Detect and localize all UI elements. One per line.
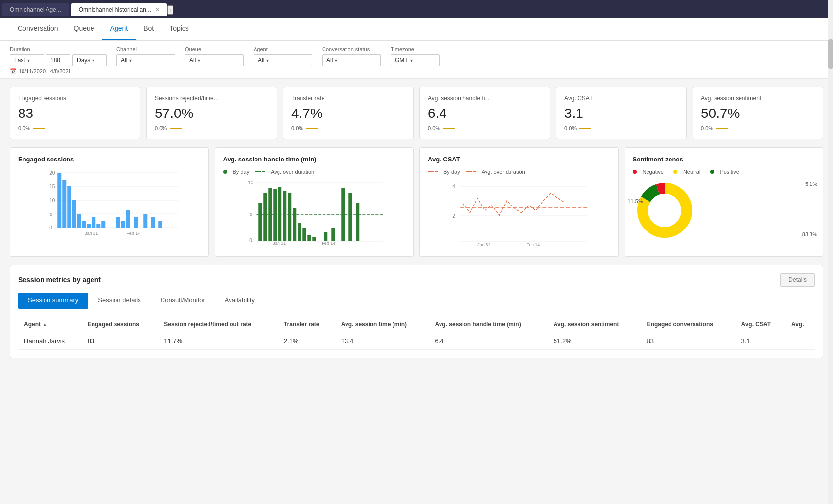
svg-rect-38	[263, 193, 267, 241]
handle-chart-svg: 10 5 0	[223, 179, 406, 247]
metric-footer-engaged: 0.0%	[18, 125, 132, 131]
cell-session-rejected: 11.7%	[158, 332, 278, 350]
table-container: Agent ▲ Engaged sessions Session rejecte…	[18, 317, 815, 350]
legend-dashed-avgline	[466, 171, 476, 172]
metric-title-rejected: Sessions rejected/time...	[155, 95, 269, 102]
chart-legend-handle: By day Avg. over duration	[223, 169, 406, 175]
chart-engaged-title: Engaged sessions	[18, 156, 201, 163]
scrollbar-thumb[interactable]	[828, 39, 833, 69]
sub-tab-session-details[interactable]: Session details	[88, 293, 150, 309]
svg-text:10: 10	[49, 198, 55, 203]
bar-chart-engaged: 20 15 10 5 0	[18, 169, 201, 247]
filter-channel-select[interactable]: All ▾	[116, 54, 175, 66]
metric-footer-transfer: 0.0%	[291, 125, 405, 131]
metric-title-sentiment: Avg. session sentiment	[701, 95, 815, 102]
legend-dot-byday	[223, 170, 227, 174]
sentiment-legend: Negative Neutral Positive	[633, 169, 815, 175]
chart-handle-title: Avg. session handle time (min)	[223, 156, 406, 163]
details-button[interactable]: Details	[780, 273, 815, 287]
svg-text:Feb 14: Feb 14	[526, 242, 540, 247]
filter-duration-label: Duration	[10, 46, 107, 52]
svg-text:0: 0	[49, 225, 52, 230]
session-metrics-title: Session metrics by agent	[18, 276, 101, 284]
svg-rect-10	[57, 173, 61, 228]
filter-queue: Queue All ▾	[185, 46, 244, 66]
metric-footer-sentiment: 0.0%	[701, 125, 815, 131]
legend-dashed-byday	[428, 171, 438, 172]
session-metrics-header: Session metrics by agent Details	[18, 273, 815, 287]
chevron-down-icon: ▾	[129, 58, 132, 63]
csat-chart-svg: 4 2 Jan 31 Feb 14	[428, 179, 610, 247]
svg-text:5: 5	[49, 211, 52, 217]
metric-bar-icon	[443, 128, 455, 129]
svg-rect-47	[307, 235, 311, 241]
metric-value-handle: 6.4	[428, 106, 542, 121]
metric-card-sentiment: Avg. session sentiment 50.7% 0.0%	[693, 87, 823, 139]
cell-engaged-conv: 83	[641, 332, 736, 350]
nav-tab-topics[interactable]: Topics	[162, 18, 197, 40]
browser-tab-2[interactable]: Omnichannel historical an... ✕	[71, 3, 167, 16]
main-content: Engaged sessions 83 0.0% Sessions reject…	[0, 79, 833, 504]
metric-cards-grid: Engaged sessions 83 0.0% Sessions reject…	[10, 87, 823, 139]
svg-rect-14	[77, 214, 81, 228]
chart-handle-time: Avg. session handle time (min) By day Av…	[215, 147, 414, 257]
sub-tab-availability[interactable]: Availability	[215, 293, 264, 309]
filter-duration-preset[interactable]: Last ▾	[10, 54, 44, 66]
cell-avg-senti2	[786, 332, 815, 350]
close-tab-icon[interactable]: ✕	[155, 7, 160, 13]
col-engaged-sessions: Engaged sessions	[82, 317, 159, 332]
metric-card-avg-csat: Avg. CSAT 3.1 0.0%	[556, 87, 687, 139]
positive-pct-label: 83.3%	[802, 231, 817, 237]
date-range: 📅 10/11/2020 - 4/8/2021	[10, 68, 823, 74]
metric-card-engaged-sessions: Engaged sessions 83 0.0%	[10, 87, 140, 139]
neutral-pct-label: 11.5%	[628, 198, 643, 204]
chevron-down-icon: ▾	[410, 58, 413, 63]
browser-tab-1[interactable]: Omnichannel Age...	[2, 3, 69, 16]
svg-rect-37	[258, 203, 262, 241]
col-avg-csat: Avg. CSAT	[735, 317, 785, 332]
svg-rect-52	[348, 193, 352, 241]
sort-icon-agent[interactable]: ▲	[42, 322, 47, 327]
nav-tab-bot[interactable]: Bot	[136, 18, 162, 40]
svg-text:15: 15	[49, 184, 55, 189]
nav-tab-conversation[interactable]: Conversation	[10, 18, 66, 40]
nav-tab-queue[interactable]: Queue	[66, 18, 102, 40]
sub-tab-session-summary[interactable]: Session summary	[18, 293, 88, 309]
svg-rect-41	[278, 187, 281, 241]
svg-rect-24	[126, 210, 130, 228]
cell-engaged-sessions: 83	[82, 332, 159, 350]
add-tab-button[interactable]: +	[167, 5, 173, 15]
chevron-down-icon: ▾	[27, 58, 30, 63]
chevron-down-icon: ▾	[266, 58, 269, 63]
svg-text:Feb 14: Feb 14	[126, 231, 140, 236]
filter-channel: Channel All ▾	[116, 46, 175, 66]
chart-engaged-sessions: Engaged sessions 20 15 10 5 0	[10, 147, 209, 257]
metric-footer-rejected: 0.0%	[155, 125, 269, 131]
charts-row: Engaged sessions 20 15 10 5 0	[10, 147, 823, 257]
svg-rect-11	[62, 180, 66, 228]
metric-footer-csat: 0.0%	[564, 125, 678, 131]
filter-timezone-select[interactable]: GMT ▾	[391, 54, 440, 66]
svg-rect-27	[151, 217, 155, 228]
nav-tab-agent[interactable]: Agent	[102, 18, 136, 40]
svg-text:20: 20	[49, 170, 55, 176]
sub-tab-consult-monitor[interactable]: Consult/Monitor	[151, 293, 215, 309]
svg-rect-46	[302, 228, 306, 241]
metric-card-sessions-rejected: Sessions rejected/time... 57.0% 0.0%	[146, 87, 277, 139]
filter-queue-select[interactable]: All ▾	[185, 54, 244, 66]
filter-duration-value[interactable]: 180	[46, 54, 70, 66]
svg-rect-13	[72, 200, 76, 228]
filter-conv-status-select[interactable]: All ▾	[322, 54, 381, 66]
negative-dot	[633, 170, 637, 174]
browser-tab-2-label: Omnichannel historical an...	[79, 6, 151, 13]
browser-tab-bar: Omnichannel Age... Omnichannel historica…	[0, 0, 833, 18]
filter-agent-select[interactable]: All ▾	[254, 54, 312, 66]
col-session-rejected: Session rejected/timed out rate	[158, 317, 278, 332]
table-row: Hannah Jarvis 83 11.7% 2.1% 13.4 6.4 51.…	[18, 332, 815, 350]
col-avg-senti2: Avg.	[786, 317, 815, 332]
sub-tabs: Session summary Session details Consult/…	[18, 293, 815, 309]
filter-duration-unit[interactable]: Days ▾	[72, 54, 107, 66]
svg-point-69	[648, 194, 681, 227]
chart-sentiment-title: Sentiment zones	[633, 156, 815, 163]
scrollbar[interactable]	[828, 0, 833, 504]
